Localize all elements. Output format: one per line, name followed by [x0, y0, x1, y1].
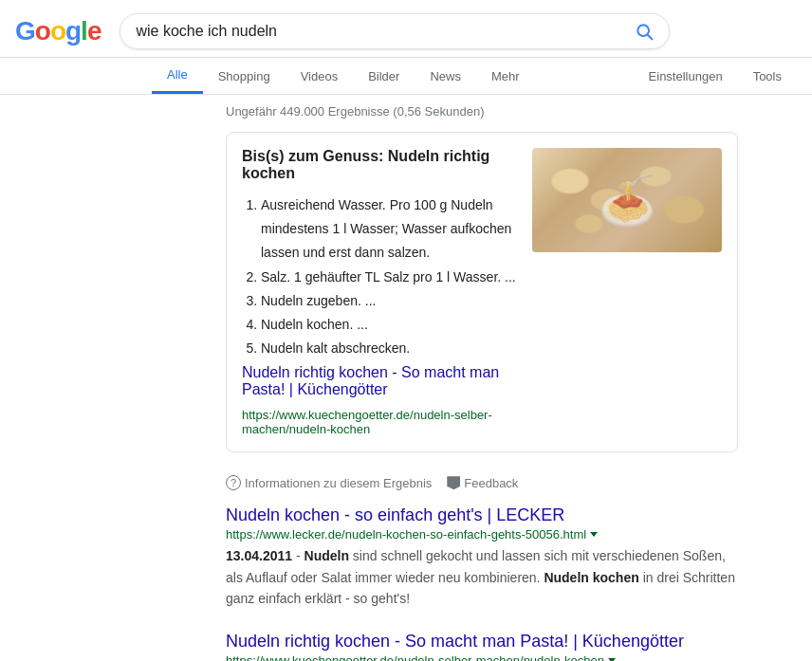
result-url: https://www.lecker.de/nudeln-kochen-so-e…: [226, 527, 586, 542]
search-icon: [635, 22, 654, 41]
list-item: Nudeln kalt abschrecken.: [261, 337, 517, 360]
feedback-text[interactable]: Feedback: [464, 476, 518, 490]
result-item: Nudeln richtig kochen - So macht man Pas…: [226, 632, 738, 661]
info-icon[interactable]: ?: [226, 475, 241, 490]
tab-tools[interactable]: Tools: [738, 60, 797, 93]
info-text: Informationen zu diesem Ergebnis: [245, 476, 432, 490]
list-item: Ausreichend Wasser. Pro 100 g Nudeln min…: [261, 193, 517, 266]
svg-line-1: [648, 35, 653, 40]
result-title[interactable]: Nudeln kochen - so einfach geht's | LECK…: [226, 505, 738, 525]
tab-mehr[interactable]: Mehr: [476, 60, 535, 93]
result-dropdown-arrow[interactable]: [590, 532, 598, 537]
search-bar: [120, 13, 670, 49]
snippet-link-url: https://www.kuechengoetter.de/nudeln-sel…: [242, 408, 517, 436]
results-area: Ungefähr 449.000 Ergebnisse (0,56 Sekund…: [74, 95, 738, 661]
snippet-image: [532, 148, 722, 252]
snippet-list: Ausreichend Wasser. Pro 100 g Nudeln min…: [242, 193, 517, 360]
result-item: Nudeln kochen - so einfach geht's | LECK…: [226, 505, 738, 609]
featured-snippet: Bis(s) zum Genuss: Nudeln richtig kochen…: [226, 132, 738, 452]
snippet-title: Bis(s) zum Genuss: Nudeln richtig kochen: [242, 148, 517, 182]
snippet-link-title[interactable]: Nudeln richtig kochen - So macht man Pas…: [242, 364, 517, 398]
info-row: ? Informationen zu diesem Ergebnis Feedb…: [226, 468, 738, 505]
google-logo: Google: [15, 16, 101, 46]
list-item: Nudeln zugeben. ...: [261, 289, 517, 313]
nav-tabs: Alle Shopping Videos Bilder News Mehr Ei…: [0, 58, 812, 95]
snippet-content: Bis(s) zum Genuss: Nudeln richtig kochen…: [242, 148, 517, 436]
result-date: 13.04.2011: [226, 548, 292, 563]
result-url-row: https://www.kuechengoetter.de/nudeln-sel…: [226, 653, 738, 661]
result-title[interactable]: Nudeln richtig kochen - So macht man Pas…: [226, 632, 738, 652]
tab-videos[interactable]: Videos: [286, 60, 354, 93]
tab-einstellungen[interactable]: Einstellungen: [634, 60, 738, 93]
feedback-icon: [447, 476, 460, 489]
result-url: https://www.kuechengoetter.de/nudeln-sel…: [226, 653, 604, 661]
header: Google: [0, 0, 812, 58]
tab-bilder[interactable]: Bilder: [353, 60, 415, 93]
results-count: Ungefähr 449.000 Ergebnisse (0,56 Sekund…: [226, 95, 738, 132]
list-item: Nudeln kochen. ...: [261, 313, 517, 337]
result-snippet: 13.04.2011 - Nudeln sind schnell gekocht…: [226, 545, 738, 609]
list-item: Salz. 1 gehäufter TL Salz pro 1 l Wasser…: [261, 266, 517, 289]
search-input[interactable]: [136, 23, 635, 40]
search-button[interactable]: [635, 22, 654, 41]
tab-shopping[interactable]: Shopping: [203, 60, 286, 93]
snippet-text: - Nudeln sind schnell gekocht und lassen…: [226, 548, 735, 606]
tab-news[interactable]: News: [415, 60, 476, 93]
tab-alle[interactable]: Alle: [152, 58, 203, 94]
result-url-row: https://www.lecker.de/nudeln-kochen-so-e…: [226, 527, 738, 542]
